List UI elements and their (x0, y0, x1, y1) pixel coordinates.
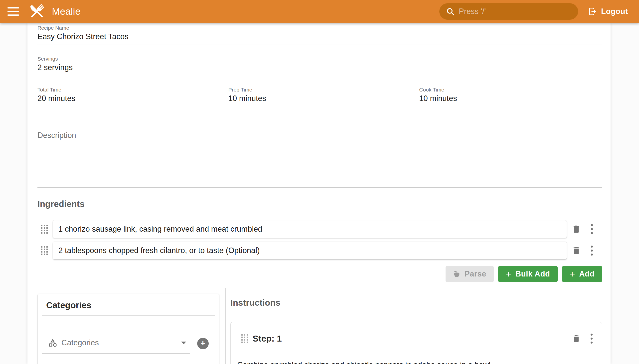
cook-time-field[interactable]: Cook Time 10 minutes (419, 87, 602, 106)
ingredient-menu-icon[interactable] (589, 244, 595, 256)
ingredient-input[interactable]: 2 tablespoons chopped fresh cilantro, or… (53, 242, 567, 259)
delete-ingredient-icon[interactable] (572, 224, 581, 234)
description-field[interactable]: Description (38, 131, 602, 188)
drag-handle-icon[interactable] (241, 334, 248, 343)
lower-columns: Categories Categories + (38, 288, 602, 364)
prep-time-value[interactable]: 10 minutes (228, 94, 411, 103)
categories-select-label: Categories (61, 338, 99, 347)
ingredient-row: 2 tablespoons chopped fresh cilantro, or… (38, 242, 602, 259)
ingredient-input[interactable]: 1 chorizo sausage link, casing removed a… (53, 220, 567, 238)
chevron-down-icon[interactable] (181, 342, 186, 344)
logout-icon (588, 7, 597, 16)
prep-time-field[interactable]: Prep Time 10 minutes (228, 87, 411, 106)
add-label: Add (579, 270, 594, 278)
total-time-label: Total Time (38, 87, 221, 93)
total-time-value[interactable]: 20 minutes (38, 94, 221, 103)
servings-value[interactable]: 2 servings (38, 63, 602, 72)
bulk-add-label: Bulk Add (515, 270, 550, 278)
app-title[interactable]: Mealie (52, 6, 81, 17)
categories-card: Categories Categories + (38, 294, 220, 364)
categories-select-row: Categories + (42, 333, 219, 354)
apple-icon (453, 270, 461, 278)
plus-icon: + (570, 269, 575, 279)
instructions-column: Instructions Step: 1 Co (226, 288, 602, 364)
plus-icon: + (506, 269, 511, 279)
servings-label: Servings (38, 56, 602, 62)
cook-time-value[interactable]: 10 minutes (419, 94, 602, 103)
categories-title: Categories (38, 294, 219, 310)
bulk-add-button[interactable]: + Bulk Add (498, 266, 558, 282)
mealie-logo-icon[interactable] (28, 2, 46, 21)
add-ingredient-button[interactable]: + Add (562, 266, 602, 282)
search-icon (446, 7, 455, 16)
cook-time-label: Cook Time (419, 87, 602, 93)
step-menu-icon[interactable] (588, 332, 595, 344)
delete-step-icon[interactable] (572, 334, 581, 344)
prep-time-label: Prep Time (228, 87, 411, 93)
categories-column: Categories Categories + (38, 288, 220, 364)
parse-button[interactable]: Parse (446, 266, 494, 282)
parse-label: Parse (465, 270, 486, 278)
recipe-editor-sheet: Recipe Name Easy Chorizo Street Tacos Se… (28, 23, 610, 364)
shapes-icon (48, 338, 57, 348)
logout-label: Logout (601, 7, 628, 16)
total-time-field[interactable]: Total Time 20 minutes (38, 87, 221, 106)
logout-button[interactable]: Logout (588, 7, 628, 16)
drag-handle-icon[interactable] (41, 246, 48, 255)
drag-handle-icon[interactable] (41, 225, 48, 234)
search-input[interactable] (459, 7, 572, 16)
app-bar: Mealie Logout (0, 0, 639, 23)
time-fields-row: Total Time 20 minutes Prep Time 10 minut… (38, 87, 602, 106)
step-title: Step: 1 (253, 334, 282, 344)
ingredients-actions: Parse + Bulk Add + Add (38, 266, 602, 282)
ingredient-row: 1 chorizo sausage link, casing removed a… (38, 220, 602, 238)
instructions-heading: Instructions (230, 297, 602, 308)
description-value[interactable] (38, 140, 602, 184)
recipe-name-label: Recipe Name (38, 25, 602, 31)
step-card: Step: 1 Combine crumbled chorizo and chi… (230, 322, 602, 364)
ingredient-menu-icon[interactable] (589, 223, 595, 235)
recipe-name-value[interactable]: Easy Chorizo Street Tacos (38, 32, 602, 42)
add-category-button[interactable]: + (197, 338, 209, 349)
servings-field[interactable]: Servings 2 servings (38, 56, 602, 75)
description-label: Description (38, 131, 602, 140)
recipe-name-field[interactable]: Recipe Name Easy Chorizo Street Tacos (38, 25, 602, 44)
delete-ingredient-icon[interactable] (572, 245, 581, 256)
ingredients-heading: Ingredients (38, 198, 602, 210)
step-header: Step: 1 (237, 333, 595, 344)
categories-select[interactable]: Categories (42, 333, 190, 354)
menu-icon[interactable] (8, 7, 19, 16)
step-text-input[interactable]: Combine crumbled chorizo and chipotle pe… (237, 360, 595, 364)
divider (42, 316, 215, 316)
search-bar[interactable] (439, 3, 578, 20)
